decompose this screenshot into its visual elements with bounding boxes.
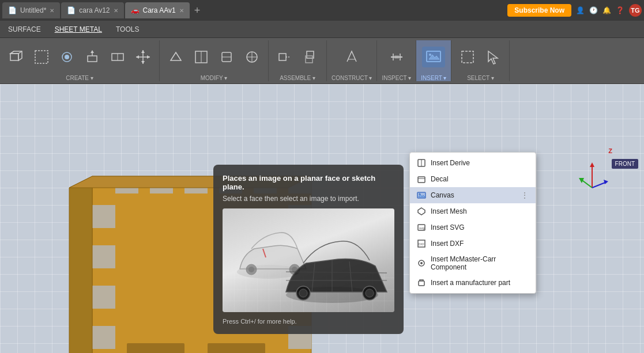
- close-tab-1[interactable]: ✕: [50, 7, 54, 14]
- tab-icon-2: 📄: [67, 6, 76, 14]
- svg-rect-54: [127, 343, 184, 353]
- mcmaster-icon: [417, 259, 426, 268]
- modify-btn1[interactable]: [164, 47, 187, 67]
- tab-cara-aav1[interactable]: 🚗 Cara AAv1 ✕: [125, 2, 190, 18]
- ribbon-group-construct: CONSTRUCT ▾: [327, 40, 377, 81]
- ribbon-group-assemble: ASSEMBLE ▾: [269, 40, 327, 81]
- create-unfold-btn[interactable]: [106, 47, 129, 67]
- svg-rect-4: [35, 51, 48, 63]
- insert-label[interactable]: INSERT ▾: [421, 75, 446, 81]
- tab-cara-av12[interactable]: 📄 cara Av12 ✕: [61, 2, 123, 18]
- profile-icon[interactable]: 👤: [576, 6, 585, 14]
- toolbar-surface[interactable]: SURFACE: [5, 24, 44, 35]
- insert-icon: [424, 48, 443, 66]
- construct-label[interactable]: CONSTRUCT ▾: [332, 75, 372, 81]
- help-card-subtitle: Select a face then select an image to im…: [223, 195, 394, 203]
- assemble-icon1: [276, 48, 294, 66]
- canvas-more-icon[interactable]: ⋮: [521, 191, 529, 200]
- viewport: Z FRONT Places an image on a planar face…: [0, 84, 644, 353]
- construct-btn1[interactable]: [340, 47, 363, 67]
- modify-buttons: [164, 40, 263, 74]
- select-btn2[interactable]: [481, 47, 504, 67]
- modify-btn3[interactable]: [215, 47, 238, 67]
- close-tab-3[interactable]: ✕: [179, 7, 184, 14]
- ribbon-group-modify: MODIFY ▾: [160, 40, 269, 81]
- svg-rect-33: [394, 55, 399, 59]
- help-icon[interactable]: ❓: [616, 6, 624, 14]
- create-extrude-btn[interactable]: [81, 47, 104, 67]
- insert-buttons: [422, 40, 445, 74]
- assemble-icon2: [301, 48, 319, 66]
- construct-icon1: [342, 48, 361, 66]
- help-card-footer: Press Ctrl+/ for more help.: [223, 318, 394, 325]
- svg-rect-94: [419, 281, 424, 286]
- menu-item-insert-dxf[interactable]: DXF Insert DXF: [410, 236, 536, 252]
- modify-btn4[interactable]: [240, 47, 263, 67]
- inspect-label[interactable]: INSPECT ▾: [382, 75, 411, 81]
- help-card: Places an image on a planar face or sket…: [213, 165, 404, 334]
- insert-dropdown: Insert Derive Decal Canvas ⋮ Insert Mesh: [409, 152, 536, 294]
- select-label[interactable]: SELECT ▾: [467, 75, 494, 81]
- modify-btn2[interactable]: [190, 47, 213, 67]
- tab-untitled[interactable]: 📄 Untitled* ✕: [2, 2, 60, 18]
- tab-icon-3: 🚗: [131, 6, 140, 14]
- modify-icon3: [217, 48, 236, 66]
- account-icon[interactable]: TG: [629, 4, 642, 17]
- canvas-icon: [417, 191, 426, 200]
- svg-marker-15: [141, 61, 145, 64]
- add-tab-button[interactable]: +: [191, 5, 204, 17]
- toolbar: SURFACE SHEET METAL TOOLS: [0, 21, 644, 38]
- inspect-btn1[interactable]: [385, 47, 408, 67]
- svg-rect-0: [10, 54, 18, 60]
- svg-rect-84: [418, 177, 425, 183]
- create-label[interactable]: CREATE ▾: [66, 75, 93, 81]
- box-icon: [7, 48, 25, 66]
- toolbar-sheetmetal[interactable]: SHEET METAL: [51, 24, 106, 35]
- menu-item-insert-svg[interactable]: svg Insert SVG: [410, 219, 536, 236]
- menu-item-label-canvas: Canvas: [431, 191, 454, 199]
- ribbon-group-select: SELECT ▾: [451, 40, 510, 81]
- menu-item-manufacturer[interactable]: Insert a manufacturer part: [410, 275, 536, 291]
- toolbar-tools[interactable]: TOOLS: [112, 24, 142, 35]
- modify-label[interactable]: MODIFY ▾: [201, 75, 227, 81]
- svg-point-93: [420, 262, 423, 264]
- create-box-btn[interactable]: [5, 47, 28, 67]
- menu-item-insert-derive[interactable]: Insert Derive: [410, 155, 536, 171]
- assemble-label[interactable]: ASSEMBLE ▾: [280, 75, 315, 81]
- svg-marker-38: [488, 51, 498, 64]
- extrude-icon: [83, 48, 101, 66]
- menu-item-mcmaster[interactable]: Insert McMaster-Carr Component: [410, 252, 536, 275]
- svg-marker-57: [69, 176, 92, 353]
- close-tab-2[interactable]: ✕: [114, 7, 118, 14]
- svg-rect-25: [279, 54, 286, 60]
- assemble-btn2[interactable]: [299, 47, 322, 67]
- ribbon: CREATE ▾: [0, 38, 644, 84]
- create-sketch-btn[interactable]: [30, 47, 53, 67]
- assemble-btn1[interactable]: [273, 47, 296, 67]
- svg-rect-37: [462, 51, 473, 63]
- svg-rect-47: [92, 245, 115, 268]
- manufacturer-icon: [417, 278, 426, 287]
- tab-label-3: Cara AAv1: [143, 6, 176, 14]
- subscribe-button[interactable]: Subscribe Now: [507, 4, 571, 17]
- construct-buttons: [340, 40, 363, 74]
- svg-rect-55: [208, 343, 265, 353]
- svg-marker-9: [91, 50, 94, 53]
- create-star-btn[interactable]: [55, 47, 78, 67]
- menu-item-decal[interactable]: Decal: [410, 171, 536, 187]
- menu-item-insert-mesh[interactable]: Insert Mesh: [410, 203, 536, 219]
- dxf-icon: DXF: [417, 239, 426, 248]
- feature-icon: [58, 48, 76, 66]
- help-card-image: [223, 208, 394, 312]
- bell-icon[interactable]: 🔔: [602, 6, 611, 14]
- insert-main-btn[interactable]: [422, 47, 445, 67]
- clock-icon[interactable]: 🕐: [589, 6, 598, 14]
- menu-item-canvas[interactable]: Canvas ⋮: [410, 187, 536, 203]
- create-move-btn[interactable]: [131, 47, 155, 67]
- front-view-label: FRONT: [612, 159, 638, 169]
- svg-text:svg: svg: [419, 226, 424, 230]
- menu-item-label-mesh: Insert Mesh: [431, 207, 467, 215]
- modify-icon2: [192, 48, 210, 66]
- select-btn1[interactable]: [456, 47, 479, 67]
- svg-marker-16: [136, 55, 139, 59]
